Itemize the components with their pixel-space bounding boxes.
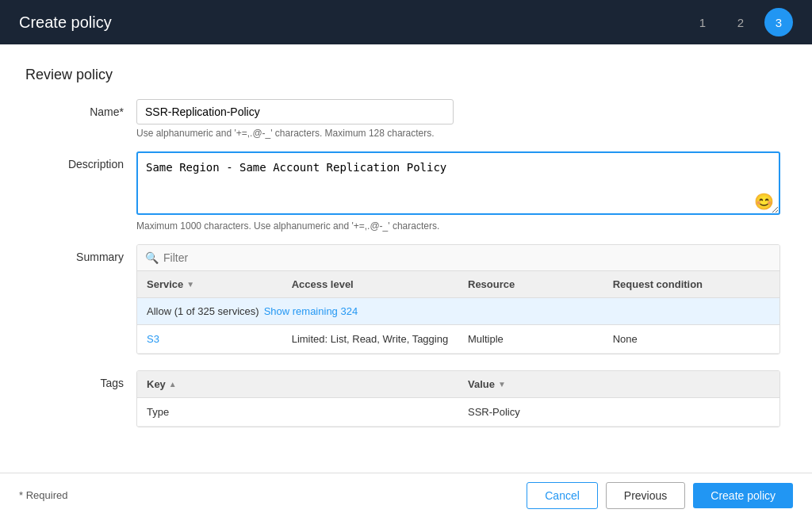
access-column-header: Access level [282,271,458,297]
resource-cell: Multiple [458,325,603,353]
filter-bar: 🔍 [137,245,779,271]
summary-row: Summary 🔍 Service ▼ Access level Resourc… [25,244,787,354]
table-row: S3 Limited: List, Read, Write, Tagging M… [137,325,779,354]
description-row: Description 😊 Maximum 1000 characters. U… [25,151,787,232]
service-column-header: Service ▼ [137,271,282,297]
show-remaining-link[interactable]: Show remaining 324 [264,305,358,317]
search-icon: 🔍 [145,251,159,264]
table-header: Service ▼ Access level Resource Request … [137,271,779,298]
condition-column-header: Request condition [603,271,779,297]
name-field-wrapper: Use alphanumeric and '+=,.@-_' character… [136,99,787,139]
tags-header: Key ▲ Value ▼ [137,371,779,398]
name-label: Name* [25,99,136,118]
condition-cell: None [603,325,779,353]
access-cell: Limited: List, Read, Write, Tagging [282,325,458,353]
page-title: Create policy [19,13,112,32]
value-sort-icon: ▼ [498,380,506,389]
textarea-wrapper: 😊 [136,151,780,217]
tags-box: Key ▲ Value ▼ Type SSR-Policy [136,370,780,427]
summary-label: Summary [25,244,136,263]
value-cell: SSR-Policy [458,398,779,426]
tags-label: Tags [25,370,136,389]
summary-field-wrapper: 🔍 Service ▼ Access level Resource Reques… [136,244,787,354]
group-row: Allow (1 of 325 services) Show remaining… [137,298,779,325]
description-label: Description [25,151,136,170]
value-column-header: Value ▼ [458,371,779,397]
steps-indicator: 1 2 3 [688,8,793,36]
name-row: Name* Use alphanumeric and '+=,.@-_' cha… [25,99,787,139]
tags-row: Tags Key ▲ Value ▼ Type SSR-Policy [25,370,787,427]
main-content: Review policy Name* Use alphanumeric and… [0,44,812,473]
top-bar: Create policy 1 2 3 [0,0,812,44]
description-field-wrapper: 😊 Maximum 1000 characters. Use alphanume… [136,151,787,232]
service-cell[interactable]: S3 [137,325,282,353]
step-3: 3 [764,8,793,36]
section-title: Review policy [25,67,787,83]
summary-box: 🔍 Service ▼ Access level Resource Reques… [136,244,780,354]
emoji-icon: 😊 [754,192,774,211]
name-input[interactable] [136,99,454,124]
tags-field-wrapper: Key ▲ Value ▼ Type SSR-Policy [136,370,787,427]
description-input[interactable] [136,151,780,215]
sort-icon: ▼ [186,280,194,289]
resource-column-header: Resource [458,271,603,297]
description-hint: Maximum 1000 characters. Use alphanumeri… [136,220,787,232]
step-2: 2 [726,8,755,36]
key-cell: Type [137,398,458,426]
name-hint: Use alphanumeric and '+=,.@-_' character… [136,128,787,139]
step-1: 1 [688,8,717,36]
filter-input[interactable] [163,251,772,264]
key-column-header: Key ▲ [137,371,458,397]
key-sort-icon: ▲ [169,380,177,389]
tags-table-row: Type SSR-Policy [137,398,779,427]
